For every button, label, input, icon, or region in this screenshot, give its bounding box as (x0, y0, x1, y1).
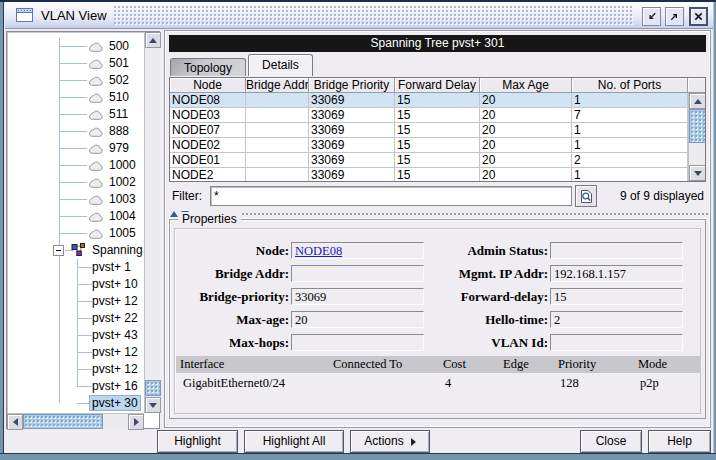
table-row[interactable]: NODE03 33069 15 20 7 (170, 108, 688, 123)
tab-bar: TopologyDetails (170, 54, 313, 76)
table-row[interactable]: NODE01 33069 15 20 2 (170, 153, 688, 168)
tree-connector-line (59, 216, 87, 217)
actions-button[interactable]: Actions (350, 430, 430, 453)
scroll-up-icon[interactable] (145, 32, 161, 48)
tree-item-label: 979 (109, 141, 129, 155)
scroll-left-icon[interactable] (7, 414, 23, 430)
property-value-box: 2 (550, 311, 683, 328)
interface-row[interactable]: GigabitEthernet0/24 4 128 p2p (176, 375, 701, 391)
tree-item[interactable]: 888 (8, 123, 144, 140)
title-bar[interactable]: VLAN View (5, 2, 713, 29)
close-icon[interactable] (689, 7, 708, 26)
tree-connector-line (59, 233, 87, 234)
tree-item[interactable]: pvst+ 12 (8, 344, 144, 361)
property-field: Forward-delay: 15 (428, 288, 684, 305)
tree-item[interactable]: 1002 (8, 174, 144, 191)
filter-input[interactable] (210, 186, 572, 206)
column-header[interactable]: Max Age (480, 78, 572, 93)
cell-node: NODE02 (170, 138, 246, 153)
tree-item[interactable]: Spanning (8, 242, 144, 259)
column-header[interactable]: Node (170, 78, 246, 93)
tree-item-label: 511 (109, 107, 128, 121)
property-value-box (291, 265, 424, 282)
cell-forward-delay: 15 (395, 168, 480, 182)
cell-bridge-addr (246, 153, 309, 168)
property-value-box: NODE08 (291, 242, 424, 259)
tree-item[interactable]: 510 (8, 89, 144, 106)
tree-item[interactable]: pvst+ 43 (8, 327, 144, 344)
tree-item[interactable]: pvst+ 22 (8, 310, 144, 327)
tree-item[interactable]: pvst+ 10 (8, 276, 144, 293)
scroll-right-icon[interactable] (128, 414, 144, 430)
tree-item[interactable]: 511 (8, 106, 144, 123)
property-field: Bridge-priority: 33069 (172, 288, 428, 305)
tree-horizontal-scrollbar[interactable] (7, 413, 144, 429)
cell-bridge-addr (246, 138, 309, 153)
highlight-all-button[interactable]: Highlight All (244, 430, 344, 453)
window-frame-left (0, 2, 4, 460)
table-vertical-scrollbar[interactable] (688, 93, 705, 181)
tree-item[interactable]: 1000 (8, 157, 144, 174)
divider-collapse-up-icon[interactable] (170, 211, 178, 217)
tree-connector-line (59, 97, 87, 98)
tree-item-label: pvst+ 43 (92, 328, 138, 342)
tree-toggle-icon[interactable] (53, 245, 64, 256)
interface-column-header: Interface (176, 357, 331, 372)
tree-item[interactable]: pvst+ 12 (8, 361, 144, 378)
tree-item[interactable]: pvst+ 30 (8, 395, 144, 412)
tree-item[interactable]: 1003 (8, 191, 144, 208)
help-button[interactable]: Help (648, 430, 711, 453)
column-header[interactable]: Bridge Priority (309, 78, 395, 93)
tree-item[interactable]: pvst+ 12 (8, 293, 144, 310)
cell-forward-delay: 15 (395, 123, 480, 138)
tree-item-label: 1002 (109, 175, 136, 189)
cell-bridge-addr (246, 93, 309, 108)
property-value: 192.168.1.157 (554, 267, 626, 281)
table-row[interactable]: NODE02 33069 15 20 1 (170, 138, 688, 153)
tree-item[interactable]: 1005 (8, 225, 144, 242)
tree-item[interactable]: 500 (8, 38, 144, 55)
split-pane-divider[interactable] (167, 210, 708, 218)
close-button[interactable]: Close (580, 430, 642, 453)
cell-bridge-priority: 33069 (309, 153, 395, 168)
cell-no-of-ports: 7 (572, 108, 688, 123)
minimize-icon[interactable] (642, 7, 661, 26)
property-label: Max-age: (172, 312, 291, 328)
tab[interactable]: Details (248, 54, 313, 76)
table-row[interactable]: NODE07 33069 15 20 1 (170, 123, 688, 138)
divider-texture (191, 213, 708, 215)
tree-connector-line (59, 165, 87, 166)
vlan-cloud-icon (87, 41, 104, 56)
cell-forward-delay: 15 (395, 93, 480, 108)
scroll-up-icon[interactable] (689, 93, 706, 109)
column-header[interactable]: Bridge Addr (246, 78, 309, 93)
cell-node: NODE03 (170, 108, 246, 123)
column-header[interactable]: No. of Ports (572, 78, 688, 93)
table-vertical-scrollbar-thumb[interactable] (689, 109, 706, 143)
tree-vertical-scrollbar-thumb[interactable] (145, 380, 161, 396)
cell-forward-delay: 15 (395, 108, 480, 123)
maximize-icon[interactable] (665, 7, 684, 26)
table-row[interactable]: NODE2 33069 15 20 1 (170, 168, 688, 182)
tab[interactable]: Topology (170, 58, 246, 76)
table-row[interactable]: NODE08 33069 15 20 1 (170, 93, 688, 108)
column-header-stub (688, 78, 705, 93)
tree-item[interactable]: pvst+ 1 (8, 259, 144, 276)
column-header[interactable]: Forward Delay (395, 78, 480, 93)
tree-item[interactable]: pvst+ 16 (8, 378, 144, 395)
interface-column-header: Cost (441, 357, 501, 372)
scroll-down-icon[interactable] (689, 165, 706, 181)
search-document-icon[interactable] (575, 185, 597, 207)
tree-item[interactable]: 1004 (8, 208, 144, 225)
tree-item[interactable]: 501 (8, 55, 144, 72)
tree-horizontal-scrollbar-thumb[interactable] (23, 414, 103, 429)
tree-item[interactable]: 502 (8, 72, 144, 89)
property-field: Admin Status: (428, 242, 684, 259)
tree-item[interactable]: 979 (8, 140, 144, 157)
highlight-button[interactable]: Highlight (157, 430, 238, 453)
tree-vertical-scrollbar[interactable] (144, 32, 160, 413)
actions-label: Actions (364, 434, 403, 448)
cell-node: NODE2 (170, 168, 246, 182)
scroll-down-icon[interactable] (145, 397, 161, 413)
cell-no-of-ports: 1 (572, 168, 688, 182)
